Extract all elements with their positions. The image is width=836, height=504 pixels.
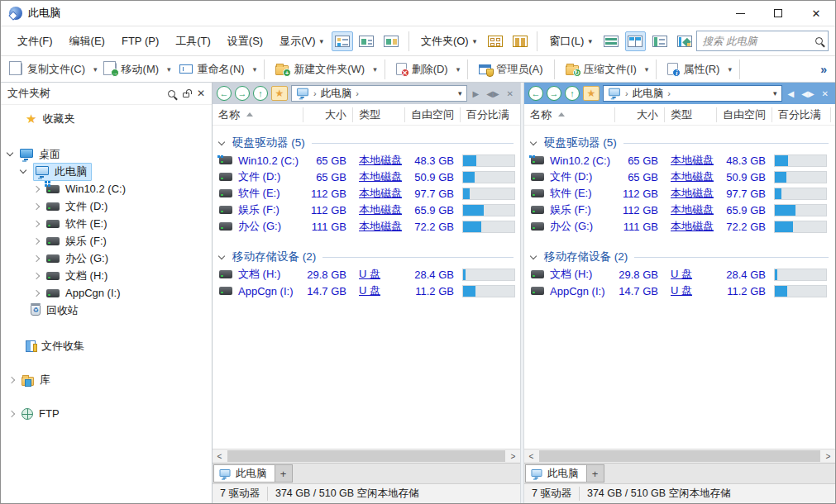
rename-button[interactable]: 重命名(N) [174, 59, 251, 80]
forward-button[interactable]: → [235, 86, 250, 101]
column-free-space[interactable]: 自由空间 [717, 107, 772, 122]
drive-row-i[interactable]: AppCgn (I:) 14.7 GB U 盘 11.2 GB [524, 283, 835, 299]
properties-button[interactable]: i 属性(R) [662, 59, 725, 80]
menu-settings[interactable]: 设置(S) [221, 30, 270, 53]
pane-swap-icon[interactable]: ◀▶ [486, 89, 499, 98]
pane-close-icon[interactable]: ✕ [822, 89, 829, 98]
drive-row-g[interactable]: 办公 (G:) 111 GB 本地磁盘 72.2 GB [213, 218, 520, 235]
tree-item-drive-i[interactable]: AppCgn (I:) [1, 284, 212, 302]
column-size[interactable]: 大小 [303, 107, 353, 122]
drive-row-c[interactable]: Win10.2 (C:) 65 GB 本地磁盘 48.3 GB [524, 152, 835, 169]
drive-row-e[interactable]: 软件 (E:) 112 GB 本地磁盘 97.7 GB [524, 185, 835, 202]
layout-split-button[interactable] [625, 31, 647, 51]
up-button[interactable]: ↑ [253, 86, 268, 101]
column-name[interactable]: 名称 [213, 107, 303, 122]
pane-expand-icon[interactable]: ◀ [788, 89, 795, 98]
tab-this-pc[interactable]: 此电脑 [213, 464, 275, 483]
favorites-folder-button[interactable]: ★ [271, 86, 288, 101]
tree-item-drive-g[interactable]: 办公 (G:) [1, 250, 212, 267]
chevron-collapsed-icon[interactable] [33, 254, 40, 261]
horizontal-scrollbar[interactable]: < > [524, 449, 835, 463]
up-button[interactable]: ↑ [565, 86, 580, 101]
tree-unlock-button[interactable] [183, 89, 189, 97]
back-button[interactable]: ← [528, 86, 543, 101]
compress-dropdown[interactable]: ▾ [643, 62, 652, 77]
group-header-usb[interactable]: 移动存储设备 (2) [524, 248, 835, 266]
search-icon[interactable] [815, 37, 823, 45]
tree-item-favorites[interactable]: ★收藏夹 [1, 110, 212, 127]
scroll-left-icon[interactable]: < [524, 452, 538, 461]
close-button[interactable]: ✕ [797, 1, 835, 26]
drive-row-g[interactable]: 办公 (G:) 111 GB 本地磁盘 72.2 GB [524, 218, 835, 235]
menu-file[interactable]: 文件(F) [11, 30, 60, 53]
admin-button[interactable]: 管理员(A) [473, 59, 548, 80]
chevron-expanded-icon[interactable] [7, 150, 13, 156]
group-header-hdd[interactable]: 硬盘驱动器 (5) [213, 134, 520, 152]
view-list-button[interactable] [356, 31, 378, 51]
new-folder-dropdown[interactable]: ▾ [370, 62, 380, 77]
drive-row-i[interactable]: AppCgn (I:) 14.7 GB U 盘 11.2 GB [213, 283, 520, 299]
menu-tools[interactable]: 工具(T) [169, 30, 217, 53]
column-name[interactable]: 名称 [524, 107, 615, 122]
drive-row-e[interactable]: 软件 (E:) 112 GB 本地磁盘 97.7 GB [213, 185, 520, 202]
drive-row-d[interactable]: 文件 (D:) 65 GB 本地磁盘 50.9 GB [524, 169, 835, 185]
group-header-usb[interactable]: 移动存储设备 (2) [213, 248, 520, 266]
tree-item-drive-f[interactable]: 娱乐 (F:) [1, 232, 212, 250]
drive-row-c[interactable]: Win10.2 (C:) 65 GB 本地磁盘 48.3 GB [213, 152, 520, 169]
chevron-collapsed-icon[interactable] [33, 220, 40, 226]
tree-item-desktop[interactable]: 桌面 [1, 145, 212, 163]
breadcrumb-dropdown-icon[interactable]: ▾ [773, 89, 777, 97]
rename-dropdown[interactable]: ▾ [251, 62, 260, 77]
delete-button[interactable]: ✕ 删除(D) [390, 59, 454, 80]
favorites-folder-button[interactable]: ★ [583, 86, 600, 101]
layout-tree-button[interactable] [649, 31, 671, 51]
tree-item-file-collect[interactable]: 文件收集 [1, 337, 212, 354]
toolbar-overflow-chevron[interactable]: » [820, 63, 830, 76]
breadcrumb[interactable]: › 此电脑 › ▾ [291, 85, 467, 102]
drive-row-f[interactable]: 娱乐 (F:) 112 GB 本地磁盘 65.9 GB [524, 202, 835, 218]
view-details-button[interactable] [332, 31, 353, 51]
column-type[interactable]: 类型 [353, 107, 405, 122]
chevron-expanded-icon[interactable] [20, 167, 26, 174]
delete-dropdown[interactable]: ▾ [454, 62, 463, 77]
drive-row-h[interactable]: 文档 (H:) 29.8 GB U 盘 28.4 GB [213, 266, 520, 283]
layout-preview-button[interactable] [674, 31, 695, 51]
column-percent-full[interactable]: 百分比满 [772, 107, 830, 122]
tree-item-ftp[interactable]: FTP [1, 405, 212, 422]
move-button[interactable]: → 移动(M) [100, 59, 165, 80]
copy-dropdown[interactable]: ▾ [91, 62, 100, 77]
menu-window[interactable]: 窗口(L)▾ [544, 30, 596, 53]
menu-display[interactable]: 显示(V)▾ [275, 30, 328, 53]
maximize-button[interactable] [759, 1, 797, 26]
tree-search-button[interactable] [168, 90, 175, 97]
back-button[interactable]: ← [217, 86, 232, 101]
chevron-collapsed-icon[interactable] [33, 185, 40, 192]
new-folder-button[interactable]: + 新建文件夹(W) [270, 59, 370, 80]
tree-close-button[interactable]: ✕ [197, 88, 205, 99]
breadcrumb-dropdown-icon[interactable]: ▾ [458, 89, 462, 97]
copy-file-button[interactable]: 复制文件(C) [6, 59, 91, 80]
forward-button[interactable]: → [547, 86, 561, 101]
menu-ftp[interactable]: FTP (P) [115, 31, 165, 51]
chevron-collapsed-icon[interactable] [33, 237, 40, 244]
folder-grid-button[interactable] [485, 31, 506, 51]
tree-item-drive-h[interactable]: 文档 (H:) [1, 267, 212, 284]
properties-dropdown[interactable]: ▾ [725, 62, 734, 77]
breadcrumb-this-pc[interactable]: 此电脑 [321, 87, 352, 101]
menu-edit[interactable]: 编辑(E) [63, 30, 112, 53]
menu-folder[interactable]: 文件夹(O)▾ [416, 30, 481, 53]
add-tab-button[interactable]: + [275, 464, 293, 483]
chevron-collapsed-icon[interactable] [8, 376, 15, 383]
layout-rows-button[interactable] [600, 31, 622, 51]
pane-close-icon[interactable]: ✕ [507, 89, 514, 98]
tab-this-pc[interactable]: 此电脑 [525, 464, 587, 483]
pane-swap-icon[interactable]: ◀▶ [801, 89, 814, 98]
chevron-collapsed-icon[interactable] [33, 202, 40, 209]
minimize-button[interactable] [721, 1, 759, 26]
horizontal-scrollbar[interactable]: < > [213, 449, 520, 463]
tree-item-drive-c[interactable]: Win10.2 (C:) [1, 180, 212, 197]
view-tiles-button[interactable] [380, 31, 402, 51]
scroll-thumb[interactable] [227, 450, 505, 462]
tree-item-drive-d[interactable]: 文件 (D:) [1, 197, 212, 215]
breadcrumb[interactable]: › 此电脑 › ▾ [603, 85, 782, 102]
